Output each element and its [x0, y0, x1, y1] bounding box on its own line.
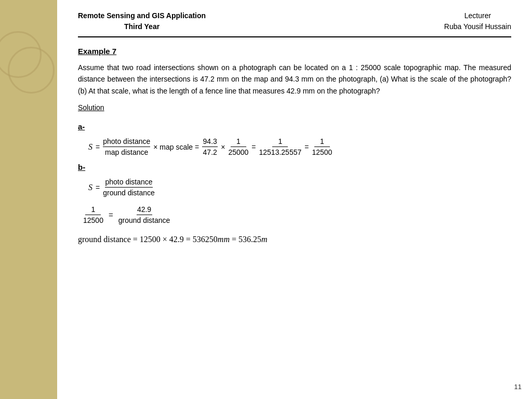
ground-dist-label-b: ground distance — [103, 188, 155, 197]
photo-distance-label: photo distance — [103, 137, 150, 147]
frac-eq-left: 1 12500 — [83, 205, 103, 224]
course-title: Remote Sensing and GIS Application — [78, 10, 206, 21]
formula-a-frac5: 1 12500 — [312, 137, 332, 156]
equation-a-line: S = photo distance map distance × map sc… — [88, 137, 511, 156]
s-symbol-b: S — [88, 183, 92, 192]
result-eq: = 536.25 — [230, 235, 261, 244]
formula-a-frac2: 94.3 47.2 — [202, 137, 218, 156]
den-12500: 12500 — [312, 147, 332, 156]
header-divider — [78, 36, 511, 37]
formula-a-frac3: 1 25000 — [228, 137, 248, 156]
result-mm: mm — [218, 235, 230, 244]
num-1b: 1 — [272, 137, 288, 147]
problem-text: Assume that two road intersections shown… — [78, 62, 511, 97]
den-25000: 25000 — [228, 147, 248, 156]
part-b-label: b- — [78, 163, 511, 171]
den-12513: 12513.25557 — [259, 147, 302, 156]
solution-label: Solution — [78, 103, 104, 112]
map-distance-label: map distance — [105, 147, 148, 156]
num-1c: 1 — [314, 137, 330, 147]
frac-eq-num1: 1 — [85, 205, 101, 215]
num-1a: 1 — [231, 137, 246, 147]
formula-b: S = photo distance ground distance — [88, 178, 511, 197]
equation-b-line: S = photo distance ground distance — [88, 178, 511, 197]
part-a-label: a- — [78, 122, 511, 131]
main-content: Remote Sensing and GIS Application Third… — [57, 0, 532, 399]
result-m: m — [261, 235, 268, 244]
lecturer-name: Ruba Yousif Hussain — [444, 21, 511, 32]
map-scale-text: × map scale = — [153, 143, 199, 151]
photo-dist-label-b: photo distance — [105, 178, 152, 188]
example-title: Example 7 — [78, 47, 511, 56]
left-sidebar — [0, 0, 57, 399]
header: Remote Sensing and GIS Application Third… — [78, 10, 511, 32]
times1: × — [221, 143, 225, 151]
header-right: Lecturer Ruba Yousif Hussain — [444, 10, 511, 32]
year-label: Third Year — [78, 21, 206, 32]
frac-eq-den1: 12500 — [83, 215, 103, 224]
frac-eq-right: 42.9 ground distance — [118, 205, 170, 224]
frac-eq-equals: = — [109, 210, 113, 219]
lecturer-label: Lecturer — [444, 10, 511, 21]
page-number: 11 — [514, 383, 522, 391]
ground-distance-result: ground distance = 12500 × 42.9 = 536250m… — [78, 235, 511, 244]
formula-a-frac1: photo distance map distance — [103, 137, 150, 156]
header-left: Remote Sensing and GIS Application Third… — [78, 10, 206, 32]
formula-a-frac4: 1 12513.25557 — [259, 137, 302, 156]
circle-2 — [8, 47, 55, 94]
eq2: = — [304, 143, 309, 151]
frac-eq-num2: 42.9 — [137, 205, 152, 215]
frac-eq-den2: ground distance — [118, 215, 170, 224]
den-47: 47.2 — [203, 147, 217, 156]
eq1: = — [251, 143, 256, 151]
s-symbol: S — [88, 142, 92, 152]
formula-a: S = photo distance map distance × map sc… — [88, 137, 511, 156]
fraction-equation: 1 12500 = 42.9 ground distance — [83, 205, 511, 224]
result-text: ground distance = 12500 × 42.9 = 536250 — [78, 235, 218, 244]
formula-b-frac: photo distance ground distance — [103, 178, 155, 197]
num-94: 94.3 — [202, 137, 218, 147]
